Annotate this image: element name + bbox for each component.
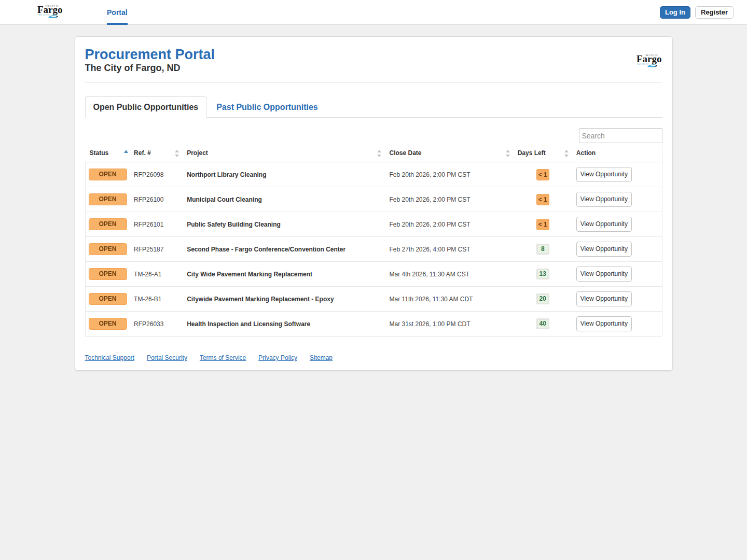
- svg-text:FAR MORE: FAR MORE: [637, 62, 648, 65]
- svg-text:FAR MORE: FAR MORE: [38, 13, 50, 16]
